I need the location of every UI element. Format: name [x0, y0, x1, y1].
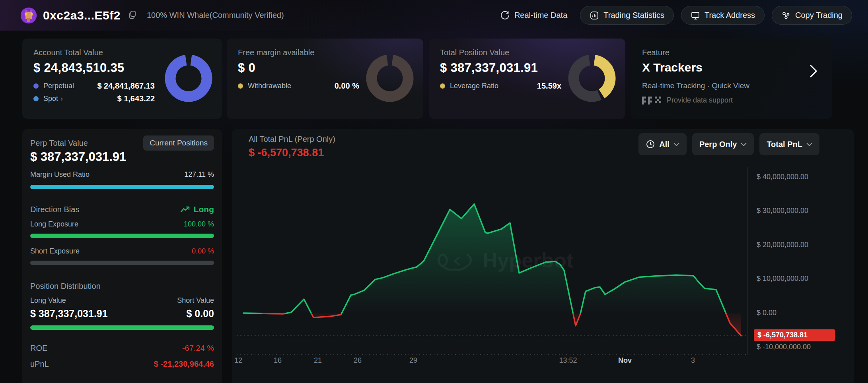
y-tick-label: $ 40,000,000.00 — [757, 173, 808, 181]
short-exposure-value: 0.00 % — [192, 247, 214, 255]
chart-filters: All Perp Only Total PnL — [638, 133, 819, 155]
free-margin-card: Free margin available $ 0 Withdrawable 0… — [227, 39, 423, 119]
long-exposure-label: Long Exposure — [30, 220, 78, 228]
account-total-value-card: Account Total Value $ 24,843,510.35 Perp… — [22, 39, 222, 119]
withdrawable-value: 0.00 % — [335, 81, 359, 91]
y-tick-label: $ 20,000,000.00 — [757, 241, 808, 249]
y-tick-label: $ 10,000,000.00 — [757, 275, 808, 283]
track-address-label: Track Address — [705, 11, 755, 20]
x-tick-label: 13:52 — [559, 356, 577, 365]
feature-subtitle: Real-time Tracking · Quick View — [642, 81, 821, 90]
chevron-down-icon — [806, 143, 812, 146]
trading-statistics-label: Trading Statistics — [603, 11, 664, 20]
roe-label: ROE — [30, 344, 47, 353]
perpetual-dot — [33, 83, 39, 89]
long-exposure-bar-fill — [30, 234, 214, 238]
copy-trading-label: Copy Trading — [795, 11, 843, 20]
legend-row-perpetual: Perpetual $ 24,841,867.13 — [33, 81, 155, 91]
upnl-label: uPnL — [30, 360, 49, 369]
x-tick-label: 12 — [234, 356, 242, 365]
short-value-label: Short Value — [177, 296, 214, 305]
top-header: 0xc2a3...E5f2 100% WIN Whale(Community V… — [0, 0, 868, 31]
trend-up-icon — [181, 206, 190, 213]
feature-support-label: Provide data support — [667, 96, 733, 104]
time-range-label: All — [659, 140, 669, 149]
chevron-right-icon: › — [60, 95, 63, 103]
feature-support-row: Provide data support — [642, 96, 821, 104]
leverage-dot — [440, 83, 445, 89]
distribution-bar — [30, 325, 214, 330]
spot-value: $ 1,643.22 — [117, 94, 155, 103]
clock-icon — [646, 139, 655, 149]
long-exposure-row: Long Exposure 100.00 % — [30, 220, 214, 228]
pnl-chart-value: $ -6,570,738.81 — [249, 147, 324, 159]
current-value-badge: $ -6,570,738.81 — [754, 329, 835, 341]
account-donut-chart — [164, 54, 213, 103]
pnl-plot-area[interactable] — [237, 167, 748, 358]
margin-used-bar — [30, 185, 214, 189]
wallet-address: 0xc2a3...E5f2 — [43, 9, 121, 22]
position-distribution-title: Position Distribution — [30, 282, 101, 291]
market-type-dropdown[interactable]: Perp Only — [692, 133, 754, 155]
card-legend: Leverage Ratio 15.59x — [440, 81, 561, 91]
perp-total-title: Perp Total Value — [30, 139, 88, 148]
margin-used-label: Margin Used Ratio — [30, 170, 90, 179]
leverage-value: 15.59x — [537, 81, 561, 91]
track-address-button[interactable]: Track Address — [681, 6, 765, 25]
metric-label: Total PnL — [767, 140, 802, 149]
feature-card[interactable]: Feature X Trackers Real-time Tracking · … — [631, 39, 832, 119]
margin-used-row: Margin Used Ratio 127.11 % — [30, 170, 214, 179]
bar-chart-icon — [590, 11, 599, 20]
long-value: $ 387,337,031.91 — [30, 308, 108, 319]
margin-donut-chart — [365, 54, 415, 103]
short-exposure-bar — [30, 261, 214, 265]
x-tick-label: Nov — [618, 356, 632, 365]
y-tick-label: $ 30,000,000.00 — [757, 207, 808, 215]
direction-bias-label: Direction Bias — [30, 205, 79, 214]
y-tick-label: $ 0.00 — [757, 309, 777, 317]
upnl-value: $ -21,230,964.46 — [154, 360, 214, 369]
partner-logo-icon — [642, 96, 662, 104]
account-identity: 0xc2a3...E5f2 100% WIN Whale(Community V… — [21, 8, 284, 23]
leverage-donut-chart — [567, 54, 617, 103]
monitor-icon — [691, 11, 700, 20]
distribution-bar-fill — [30, 325, 214, 330]
chevron-right-icon[interactable] — [808, 63, 819, 81]
x-tick-label: 29 — [409, 356, 417, 365]
withdrawable-label: Withdrawable — [248, 82, 291, 90]
verified-badge: 100% WIN Whale(Community Verified) — [147, 11, 284, 20]
long-exposure-bar — [30, 234, 214, 238]
copy-address-icon[interactable] — [128, 10, 137, 21]
copy-trading-button[interactable]: Copy Trading — [772, 6, 852, 25]
legend-row-leverage: Leverage Ratio 15.59x — [440, 81, 561, 91]
current-positions-button[interactable]: Current Positions — [143, 135, 214, 151]
metric-dropdown[interactable]: Total PnL — [759, 133, 819, 155]
total-position-value-card: Total Position Value $ 387,337,031.91 Le… — [429, 39, 625, 119]
copy-trading-icon — [781, 11, 791, 20]
short-exposure-label: Short Exposure — [30, 247, 80, 255]
legend-row-withdrawable: Withdrawable 0.00 % — [238, 81, 359, 91]
market-type-label: Perp Only — [699, 140, 737, 149]
perp-total-value: $ 387,337,031.91 — [30, 150, 126, 164]
margin-used-bar-fill — [30, 185, 214, 189]
distribution-labels-row: Long Value Short Value — [30, 296, 214, 305]
trading-statistics-button[interactable]: Trading Statistics — [580, 6, 674, 25]
perp-summary-panel: Perp Total Value Current Positions $ 387… — [22, 129, 222, 383]
short-exposure-row: Short Exposure 0.00 % — [30, 247, 214, 255]
header-actions: Real-time Data Trading Statistics Track … — [500, 6, 852, 25]
short-value: $ 0.00 — [186, 308, 214, 319]
x-tick-label: 3 — [691, 356, 695, 365]
spot-label: Spot› — [43, 95, 63, 103]
upnl-row: uPnL $ -21,230,964.46 — [30, 360, 214, 369]
leverage-label: Leverage Ratio — [450, 82, 498, 90]
chevron-down-icon — [673, 143, 679, 146]
pnl-line-negative — [263, 313, 285, 314]
direction-bias-value: Long — [181, 205, 214, 214]
whale-dashboard: 0xc2a3...E5f2 100% WIN Whale(Community V… — [0, 0, 868, 383]
legend-row-spot[interactable]: Spot› $ 1,643.22 — [33, 94, 155, 103]
card-legend: Perpetual $ 24,841,867.13 Spot› $ 1,643.… — [33, 81, 155, 103]
x-tick-label: 21 — [314, 356, 322, 365]
time-range-dropdown[interactable]: All — [638, 133, 687, 155]
refresh-icon — [500, 10, 510, 21]
realtime-indicator: Real-time Data — [500, 10, 567, 21]
